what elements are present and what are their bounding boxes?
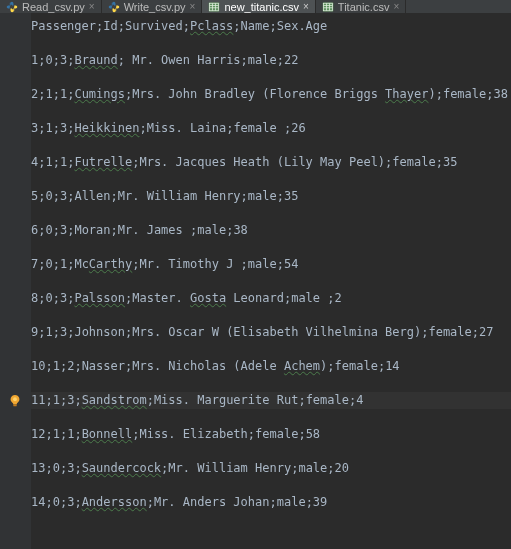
text-segment: Miss. Laina	[147, 121, 226, 135]
text-segment: ;	[306, 495, 313, 509]
text-segment: Mr. Timothy J	[139, 257, 240, 271]
python-file-icon	[6, 1, 18, 13]
text-segment: ;	[183, 19, 190, 33]
text-segment: Id	[103, 19, 117, 33]
text-segment: ;	[53, 257, 60, 271]
csv-line[interactable]: 9;1;3;Johnson;Mrs. Oscar W (Elisabeth Vi…	[31, 324, 511, 341]
text-segment: Mrs. Oscar W (Elisabeth Vilhelmina Berg)	[132, 325, 421, 339]
blank-line	[31, 35, 511, 52]
editor-content[interactable]: Passenger;Id;Survived;Pclass;Name;Sex.Ag…	[31, 13, 511, 549]
text-segment: Mr. William Henry	[118, 189, 241, 203]
text-segment: ;	[472, 325, 479, 339]
text-segment: 12	[31, 427, 45, 441]
close-icon[interactable]: ×	[303, 2, 309, 12]
csv-line[interactable]: 10;1;2;Nasser;Mrs. Nicholas (Adele Achem…	[31, 358, 511, 375]
text-segment: ;	[241, 189, 248, 203]
text-segment: ;	[53, 155, 60, 169]
text-segment: 26	[291, 121, 305, 135]
text-segment: 0	[53, 495, 60, 509]
typo-highlight: Bonnell	[82, 427, 133, 441]
svg-rect-6	[323, 2, 334, 11]
text-segment: ;	[53, 87, 60, 101]
svg-point-13	[13, 397, 17, 401]
text-segment: 1	[45, 155, 52, 169]
typo-highlight: Heikkinen	[74, 121, 139, 135]
csv-line[interactable]: 13;0;3;Saundercock;Mr. William Henry;mal…	[31, 460, 511, 477]
editor-tab[interactable]: Titanic.csv×	[316, 0, 406, 13]
intention-bulb-icon[interactable]	[7, 392, 23, 409]
blank-line	[31, 409, 511, 426]
text-segment: Name	[241, 19, 270, 33]
text-segment: ;	[147, 495, 154, 509]
typo-highlight: Futrelle	[74, 155, 132, 169]
typo-highlight: Gosta	[190, 291, 226, 305]
editor-tab[interactable]: Write_csv.py×	[102, 0, 203, 13]
text-segment: ;	[45, 359, 52, 373]
typo-highlight: Thayer	[385, 87, 428, 101]
text-segment: ;	[327, 359, 334, 373]
text-segment: Miss. Marguerite Rut	[154, 393, 299, 407]
blank-line	[31, 477, 511, 494]
text-segment: 0	[45, 257, 52, 271]
text-segment: female	[392, 155, 435, 169]
csv-line[interactable]: Passenger;Id;Survived;Pclass;Name;Sex.Ag…	[31, 18, 511, 35]
text-segment: 1	[45, 325, 52, 339]
typo-highlight: Achem	[284, 359, 320, 373]
csv-line[interactable]: 1;0;3;Braund; Mr. Owen Harris;male;22	[31, 52, 511, 69]
text-segment: Mrs. Nicholas (Adele	[132, 359, 284, 373]
editor-tab[interactable]: Read_csv.py×	[0, 0, 102, 13]
text-segment: 1	[45, 121, 52, 135]
csv-line[interactable]: 11;1;3;Sandstrom;Miss. Marguerite Rut;fe…	[31, 392, 511, 409]
text-segment: 35	[284, 189, 298, 203]
close-icon[interactable]: ×	[89, 2, 95, 12]
editor-area[interactable]: Passenger;Id;Survived;Pclass;Name;Sex.Ag…	[0, 13, 511, 549]
typo-highlight: Sandstrom	[82, 393, 147, 407]
text-segment: 10	[31, 359, 45, 373]
text-segment: Leonard	[226, 291, 284, 305]
close-icon[interactable]: ×	[190, 2, 196, 12]
csv-line[interactable]: 7;0;1;McCarthy;Mr. Timothy J ;male;54	[31, 256, 511, 273]
close-icon[interactable]: ×	[393, 2, 399, 12]
text-segment: 38	[494, 87, 508, 101]
text-segment: Johnson	[74, 325, 125, 339]
text-segment: male	[248, 257, 277, 271]
text-segment: ;	[74, 427, 81, 441]
editor-tab[interactable]: new_titanic.csv×	[202, 0, 315, 13]
text-segment: ;	[298, 427, 305, 441]
csv-file-icon	[322, 1, 334, 13]
text-segment: Mr. William Henry	[168, 461, 291, 475]
svg-rect-0	[209, 2, 220, 11]
csv-line[interactable]: 5;0;3;Allen;Mr. William Henry;male;35	[31, 188, 511, 205]
text-segment: 11	[31, 393, 45, 407]
text-segment: male	[248, 189, 277, 203]
text-segment: 13	[31, 461, 45, 475]
text-segment: female	[306, 393, 349, 407]
text-segment: 58	[306, 427, 320, 441]
blank-line	[31, 239, 511, 256]
csv-line[interactable]: 2;1;1;Cumings;Mrs. John Bradley (Florenc…	[31, 86, 511, 103]
text-segment: ;	[74, 393, 81, 407]
text-segment: 1	[53, 393, 60, 407]
text-segment: ;	[241, 257, 248, 271]
tab-label: new_titanic.csv	[224, 1, 299, 13]
text-segment: female	[428, 325, 471, 339]
blank-line	[31, 69, 511, 86]
csv-line[interactable]: 14;0;3;Andersson;Mr. Anders Johan;male;3…	[31, 494, 511, 511]
text-segment: ;	[111, 223, 118, 237]
text-segment: ;	[53, 223, 60, 237]
text-segment: female	[233, 121, 284, 135]
csv-line[interactable]: 12;1;1;Bonnell;Miss. Elizabeth;female;58	[31, 426, 511, 443]
csv-line[interactable]: 4;1;1;Futrelle;Mrs. Jacques Heath (Lily …	[31, 154, 511, 171]
blank-line	[31, 375, 511, 392]
text-segment: male	[277, 495, 306, 509]
csv-line[interactable]: 6;0;3;Moran;Mr. James ;male;38	[31, 222, 511, 239]
text-segment: Sex.Age	[277, 19, 328, 33]
text-segment: ;	[277, 257, 284, 271]
text-segment: ;	[241, 53, 248, 67]
blank-line	[31, 103, 511, 120]
text-segment: ;	[53, 325, 60, 339]
blank-line	[31, 307, 511, 324]
csv-line[interactable]: 3;1;3;Heikkinen;Miss. Laina;female ;26	[31, 120, 511, 137]
text-segment: Moran	[74, 223, 110, 237]
csv-line[interactable]: 8;0;3;Palsson;Master. Gosta Leonard;male…	[31, 290, 511, 307]
